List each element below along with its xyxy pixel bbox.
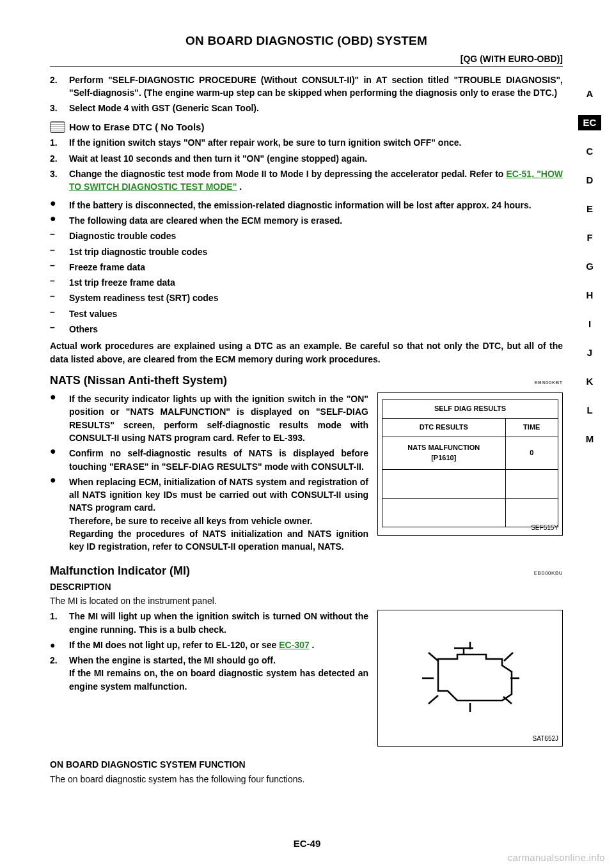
mi-func-p: The on board diagnostic system has the f… [50, 773, 563, 786]
page-title: ON BOARD DIAGNOSTIC (OBD) SYSTEM [50, 32, 563, 50]
mi-i1: The MI will light up when the ignition s… [69, 610, 368, 636]
erase-dash-4: 1st trip freeze frame data [69, 276, 563, 289]
nats-b3: When replacing ECM, initialization of NA… [69, 476, 368, 554]
tab-j[interactable]: J [578, 345, 601, 360]
mi-items: 1.The MI will light up when the ignition… [50, 610, 368, 693]
erase-bullet-1: If the battery is disconnected, the emis… [69, 199, 563, 212]
self-diag-figure: SELF DIAG RESULTS DTC RESULTS TIME NATS … [377, 392, 563, 536]
fig-label-sat: SAT652J [533, 734, 558, 744]
nats-code: EBS00KBT [535, 379, 563, 387]
erase-dash-3: Freeze frame data [69, 261, 563, 274]
fig-label-sef: SEF515Y [531, 523, 558, 533]
top-step-3: Select Mode 4 with GST (Generic Scan Too… [69, 102, 563, 114]
self-diag-table: SELF DIAG RESULTS DTC RESULTS TIME NATS … [382, 399, 558, 527]
erase-dash-6: Test values [69, 307, 563, 320]
top-steps-list: 2.Perform "SELF-DIAGNOSTIC PROCEDURE (Wi… [50, 74, 563, 115]
mi-func-h: ON BOARD DIAGNOSTIC SYSTEM FUNCTION [50, 758, 563, 771]
svg-line-4 [429, 695, 438, 704]
svg-line-8 [504, 653, 513, 661]
mi-intro: The MI is located on the instrument pane… [50, 594, 563, 607]
tab-h[interactable]: H [578, 288, 601, 303]
diag-r1a: NATS MALFUNCTION [P1610] [382, 437, 506, 469]
nats-b2: Confirm no self-diagnostic results of NA… [69, 447, 368, 473]
mi-heading: Malfunction Indicator (MI) EBS00KBU [50, 562, 563, 579]
mi-i2: If the MI does not light up, refer to EL… [69, 639, 368, 651]
tab-d[interactable]: D [578, 173, 601, 188]
nats-heading: NATS (Nissan Anti-theft System) EBS00KBT [50, 372, 563, 389]
watermark: carmanualsonline.info [508, 852, 605, 863]
erase-heading-text: How to Erase DTC ( No Tools) [69, 120, 204, 134]
erase-steps-list: 1.If the ignition switch stays "ON" afte… [50, 136, 563, 193]
erase-step-3: Change the diagnostic test mode from Mod… [69, 167, 563, 194]
svg-line-2 [429, 653, 438, 661]
erase-dash-5: System readiness test (SRT) codes [69, 291, 563, 304]
erase-dash-2: 1st trip diagnostic trouble codes [69, 245, 563, 258]
tab-g[interactable]: G [578, 259, 601, 274]
page-subtitle: [QG (WITH EURO-OBD)] [50, 52, 563, 67]
nats-b1: If the security indicator lights up with… [69, 392, 368, 444]
tab-c[interactable]: C [578, 144, 601, 159]
diag-r1b: 0 [505, 437, 558, 469]
erase-step-2: Wait at least 10 seconds and then turn i… [69, 152, 563, 165]
erase-dash-1: Diagnostic trouble codes [69, 229, 563, 242]
diag-col1: DTC RESULTS [382, 418, 506, 437]
engine-icon [403, 630, 537, 726]
link-ec307[interactable]: EC-307 [279, 640, 309, 650]
no-tools-icon [50, 121, 65, 133]
tab-m[interactable]: M [578, 431, 601, 447]
tab-e[interactable]: E [578, 201, 601, 217]
mi-desc-h: DESCRIPTION [50, 580, 563, 593]
diag-title: SELF DIAG RESULTS [382, 400, 558, 419]
top-step-2: Perform "SELF-DIAGNOSTIC PROCEDURE (With… [69, 74, 563, 100]
mil-figure: SAT652J [377, 610, 563, 747]
tab-f[interactable]: F [578, 230, 601, 245]
diag-col2: TIME [505, 418, 558, 437]
tab-k[interactable]: K [578, 374, 601, 389]
tab-i[interactable]: I [578, 316, 601, 332]
erase-bullets: ●If the battery is disconnected, the emi… [50, 199, 563, 336]
section-tabs: A EC C D E F G H I J K L M [578, 86, 601, 447]
page-number: EC-49 [0, 838, 614, 849]
tab-ec[interactable]: EC [578, 115, 601, 130]
erase-heading: How to Erase DTC ( No Tools) [50, 120, 563, 134]
tab-l[interactable]: L [578, 403, 601, 418]
erase-step-1: If the ignition switch stays "ON" after … [69, 136, 563, 149]
erase-footer: Actual work procedures are explained usi… [50, 339, 563, 366]
erase-dash-7: Others [69, 323, 563, 336]
erase-bullet-2: The following data are cleared when the … [69, 214, 563, 227]
mi-code: EBS00KBU [534, 570, 563, 577]
tab-a[interactable]: A [578, 86, 601, 102]
mi-i3: When the engine is started, the MI shoul… [69, 654, 368, 693]
nats-bullets: ●If the security indicator lights up wit… [50, 392, 368, 554]
